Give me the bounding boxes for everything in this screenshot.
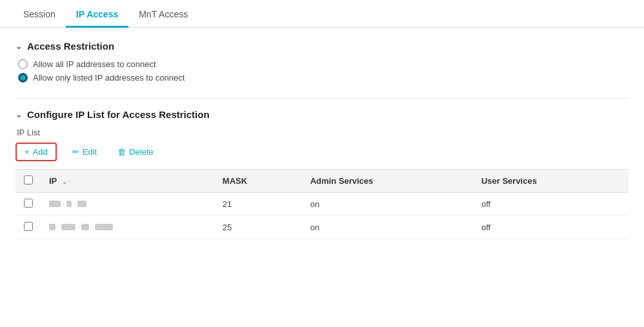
delete-button[interactable]: 🗑 Delete — [112, 144, 159, 160]
radio-allow-listed-input[interactable] — [18, 73, 28, 83]
tab-mnt-access[interactable]: MnT Access — [128, 0, 198, 28]
ip-restriction-radio-group: Allow all IP addresses to connect Allow … — [15, 59, 629, 83]
chevron-icon[interactable]: ⌄ — [15, 42, 22, 51]
row2-checkbox[interactable] — [24, 222, 33, 231]
section-divider — [15, 98, 629, 99]
radio-allow-all-input[interactable] — [18, 59, 28, 69]
ip-block-2 — [66, 201, 72, 207]
table-row: · · 21 on off — [15, 193, 629, 216]
plus-icon: + — [25, 147, 30, 157]
edit-button[interactable]: ✏ Edit — [67, 144, 102, 160]
row1-ip: · · — [41, 193, 215, 216]
row1-mask: 21 — [215, 193, 303, 216]
select-all-checkbox[interactable] — [24, 175, 33, 184]
trash-icon: 🗑 — [117, 147, 126, 157]
ip-address-blurred-2: · · · — [49, 223, 113, 231]
ip-block-4 — [49, 224, 55, 230]
col-header-user-services: User Services — [474, 170, 629, 193]
add-button[interactable]: + Add — [15, 143, 57, 161]
access-restriction-section: ⌄ Access Restriction Allow all IP addres… — [15, 41, 629, 83]
edit-icon: ✏ — [72, 147, 79, 157]
ip-table: IP ⌄ MASK Admin Services User Services — [15, 169, 629, 239]
table-header-row: IP ⌄ MASK Admin Services User Services — [15, 170, 629, 193]
table-row: · · · 25 on off — [15, 216, 629, 239]
main-content: ⌄ Access Restriction Allow all IP addres… — [0, 28, 644, 268]
ip-list-toolbar: + Add ✏ Edit 🗑 Delete — [15, 143, 629, 161]
row2-mask: 25 — [215, 216, 303, 239]
ip-table-head: IP ⌄ MASK Admin Services User Services — [15, 170, 629, 193]
tab-ip-access[interactable]: IP Access — [66, 0, 128, 28]
col-header-mask: MASK — [215, 170, 303, 193]
ip-block-3 — [77, 201, 86, 207]
radio-allow-all-label: Allow all IP addresses to connect — [33, 59, 156, 69]
ip-list-label: IP List — [15, 128, 629, 137]
tab-session[interactable]: Session — [13, 0, 66, 28]
ip-list-section-title: Configure IP List for Access Restriction — [27, 109, 210, 120]
radio-allow-all[interactable]: Allow all IP addresses to connect — [18, 59, 629, 69]
ip-block-5 — [61, 224, 75, 230]
sort-icon[interactable]: ⌄ — [62, 178, 67, 185]
row2-checkbox-cell — [15, 216, 41, 239]
row1-admin-services: on — [303, 193, 474, 216]
chevron-icon-2[interactable]: ⌄ — [15, 110, 22, 119]
col-ip-label: IP — [49, 176, 57, 186]
row2-user-services: off — [474, 216, 629, 239]
radio-allow-listed-label: Allow only listed IP addresses to connec… — [33, 73, 185, 83]
access-restriction-header: ⌄ Access Restriction — [15, 41, 629, 52]
ip-list-section-header: ⌄ Configure IP List for Access Restricti… — [15, 109, 629, 120]
ip-table-body: · · 21 on off — [15, 193, 629, 239]
tab-bar: Session IP Access MnT Access — [0, 0, 644, 28]
row1-checkbox-cell — [15, 193, 41, 216]
col-header-admin-services: Admin Services — [303, 170, 474, 193]
row1-checkbox[interactable] — [24, 199, 33, 208]
delete-label: Delete — [129, 147, 154, 157]
add-label: Add — [33, 147, 48, 157]
row2-ip: · · · — [41, 216, 215, 239]
access-restriction-title: Access Restriction — [27, 41, 114, 52]
row1-user-services: off — [474, 193, 629, 216]
radio-allow-listed[interactable]: Allow only listed IP addresses to connec… — [18, 73, 629, 83]
col-header-checkbox — [15, 170, 41, 193]
ip-block-7 — [95, 224, 113, 230]
ip-address-blurred: · · — [49, 200, 86, 208]
col-header-ip: IP ⌄ — [41, 170, 215, 193]
ip-list-section: ⌄ Configure IP List for Access Restricti… — [15, 109, 629, 239]
ip-block-6 — [81, 224, 89, 230]
row2-admin-services: on — [303, 216, 474, 239]
edit-label: Edit — [83, 147, 97, 157]
ip-block-1 — [49, 201, 61, 207]
